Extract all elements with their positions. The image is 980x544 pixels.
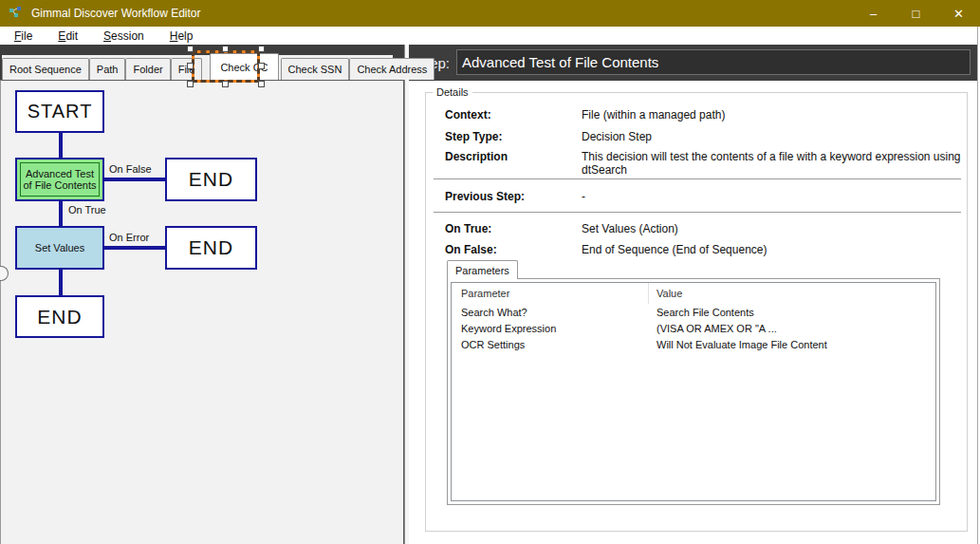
- column-header-value[interactable]: Value: [649, 288, 935, 299]
- tab-check-address[interactable]: Check Address: [349, 58, 435, 80]
- detail-value: Decision Step: [582, 130, 961, 143]
- menu-item-session[interactable]: Session: [103, 29, 144, 43]
- parameters-table: Parameter Value Search What? Search File…: [447, 278, 940, 505]
- workflow-tab-strip: Root Sequence Path Folder File Check CC …: [2, 55, 393, 80]
- tab-check-cc[interactable]: Check CC: [210, 53, 278, 80]
- connector-start-to-test: [59, 131, 63, 159]
- param-name: Keyword Expression: [452, 323, 649, 334]
- node-advanced-test[interactable]: Advanced Test of File Contents: [15, 158, 104, 201]
- node-set-values[interactable]: Set Values: [15, 226, 104, 270]
- node-end-on-error[interactable]: END: [165, 226, 257, 270]
- detail-value: End of Sequence (End of Sequence): [582, 243, 961, 256]
- node-end-on-false[interactable]: END: [165, 158, 257, 201]
- detail-row-step-type: Step Type: Decision Step: [445, 130, 961, 143]
- detail-label: Previous Step:: [445, 190, 582, 203]
- param-value: Will Not Evaluate Image File Content: [649, 339, 935, 350]
- tab-parameters[interactable]: Parameters: [447, 260, 518, 279]
- detail-row-context: Context: File (within a managed path): [445, 108, 961, 122]
- window-border: [977, 27, 978, 544]
- window-title: Gimmal Discover Workflow Editor: [31, 7, 200, 20]
- menu-item-file[interactable]: File: [14, 29, 32, 43]
- detail-label: Description: [445, 150, 582, 177]
- tab-check-ssn[interactable]: Check SSN: [281, 58, 350, 80]
- edge-label-on-true: On True: [68, 204, 106, 216]
- detail-row-on-true: On True: Set Values (Action): [445, 222, 961, 235]
- param-value: Search File Contents: [649, 307, 935, 318]
- detail-value: This decision will test the contents of …: [582, 150, 980, 177]
- detail-value: Set Values (Action): [582, 222, 961, 235]
- detail-label: On True:: [445, 222, 582, 235]
- menu-item-help[interactable]: Help: [170, 29, 194, 43]
- connector-on-false: [102, 178, 167, 181]
- column-header-parameter[interactable]: Parameter: [452, 283, 649, 304]
- tab-file[interactable]: File: [171, 58, 203, 80]
- tab-root-sequence[interactable]: Root Sequence: [2, 58, 89, 80]
- detail-value: File (within a managed path): [582, 108, 961, 122]
- table-row[interactable]: Keyword Expression (VISA OR AMEX OR "A .…: [452, 320, 935, 336]
- splitter-grip[interactable]: [0, 266, 9, 281]
- param-value: (VISA OR AMEX OR "A ...: [649, 323, 935, 334]
- table-row[interactable]: Search What? Search File Contents: [452, 304, 935, 320]
- connector-setvalues-to-end: [59, 268, 63, 297]
- details-legend: Details: [433, 86, 472, 98]
- step-header-band: Step: Advanced Test of File Contents: [409, 45, 977, 81]
- app-window: Gimmal Discover Workflow Editor – □ ✕ Fi…: [0, 0, 980, 544]
- edge-label-on-error: On Error: [109, 232, 149, 243]
- parameters-table-header: Parameter Value: [452, 283, 935, 304]
- detail-row-on-false: On False: End of Sequence (End of Sequen…: [445, 243, 961, 256]
- details-groupbox: Details Context: File (within a managed …: [425, 92, 968, 532]
- app-icon: [9, 7, 24, 20]
- node-advanced-test-label: Advanced Test of File Contents: [20, 162, 100, 197]
- connector-test-to-setvalues: [59, 199, 63, 228]
- workflow-canvas[interactable]: On False On True On Error START Advanced…: [0, 80, 404, 544]
- detail-label: Step Type:: [445, 130, 582, 143]
- details-panel: Details Context: File (within a managed …: [409, 81, 977, 544]
- tab-path[interactable]: Path: [89, 58, 126, 80]
- step-name-field[interactable]: Advanced Test of File Contents: [456, 49, 971, 75]
- title-bar: Gimmal Discover Workflow Editor – □ ✕: [0, 0, 980, 27]
- separator: [434, 212, 961, 214]
- detail-row-previous-step: Previous Step: -: [445, 190, 961, 203]
- param-name: Search What?: [452, 307, 649, 318]
- close-button[interactable]: ✕: [937, 0, 980, 27]
- detail-value: -: [582, 190, 961, 203]
- separator: [434, 178, 961, 180]
- edge-label-on-false: On False: [109, 163, 152, 175]
- maximize-button[interactable]: □: [895, 0, 937, 27]
- table-row[interactable]: OCR Settings Will Not Evaluate Image Fil…: [452, 336, 935, 352]
- menu-item-edit[interactable]: Edit: [58, 29, 78, 43]
- node-start[interactable]: START: [15, 90, 104, 133]
- minimize-button[interactable]: –: [852, 0, 895, 27]
- detail-row-description: Description This decision will test the …: [445, 150, 980, 177]
- menu-bar: File Edit Session Help: [0, 27, 980, 45]
- detail-label: On False:: [445, 243, 582, 256]
- param-name: OCR Settings: [452, 339, 649, 350]
- detail-label: Context:: [445, 108, 582, 122]
- tab-folder[interactable]: Folder: [125, 58, 170, 80]
- node-end-final[interactable]: END: [15, 295, 104, 338]
- connector-on-error: [102, 246, 167, 250]
